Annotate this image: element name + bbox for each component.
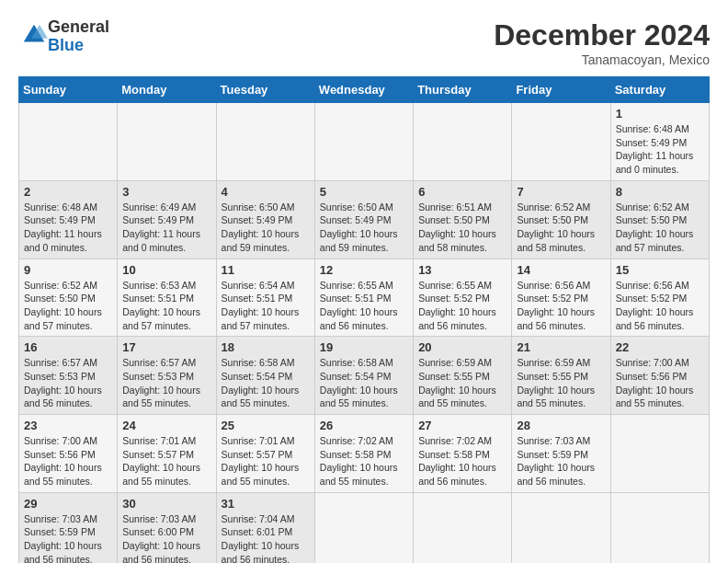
day-info: Sunrise: 6:59 AMSunset: 5:55 PMDaylight:… [418,356,506,410]
day-info: Sunrise: 7:01 AMSunset: 5:57 PMDaylight:… [122,434,210,488]
day-info: Sunrise: 6:57 AMSunset: 5:53 PMDaylight:… [24,356,112,410]
day-number: 16 [24,340,112,354]
day-info: Sunrise: 7:02 AMSunset: 5:58 PMDaylight:… [418,434,506,488]
day-info: Sunrise: 6:48 AMSunset: 5:49 PMDaylight:… [24,201,112,255]
day-info: Sunrise: 6:50 AMSunset: 5:49 PMDaylight:… [320,201,408,255]
day-info: Sunrise: 6:52 AMSunset: 5:50 PMDaylight:… [616,201,704,255]
day-info: Sunrise: 6:54 AMSunset: 5:51 PMDaylight:… [222,279,310,333]
calendar-cell: 9Sunrise: 6:52 AMSunset: 5:50 PMDaylight… [19,259,118,337]
day-info: Sunrise: 6:51 AMSunset: 5:50 PMDaylight:… [418,201,506,255]
calendar-cell: 4Sunrise: 6:50 AMSunset: 5:49 PMDaylight… [216,180,314,259]
day-info: Sunrise: 6:56 AMSunset: 5:52 PMDaylight:… [616,279,704,333]
calendar-cell [512,103,610,181]
calendar-cell: 2Sunrise: 6:48 AMSunset: 5:49 PMDaylight… [19,180,118,259]
weekday-header: Tuesday [216,77,314,103]
calendar-cell: 27Sunrise: 7:02 AMSunset: 5:58 PMDayligh… [414,415,512,493]
calendar-cell: 6Sunrise: 6:51 AMSunset: 5:50 PMDaylight… [414,180,512,259]
day-info: Sunrise: 6:58 AMSunset: 5:54 PMDaylight:… [320,356,408,410]
calendar-cell: 24Sunrise: 7:01 AMSunset: 5:57 PMDayligh… [118,415,216,493]
weekday-row: SundayMondayTuesdayWednesdayThursdayFrid… [19,77,710,103]
day-info: Sunrise: 7:03 AMSunset: 5:59 PMDaylight:… [517,434,605,488]
day-number: 29 [24,497,112,511]
day-number: 5 [320,185,408,199]
weekday-header: Sunday [19,77,118,103]
calendar-cell [414,492,512,563]
calendar-cell: 11Sunrise: 6:54 AMSunset: 5:51 PMDayligh… [216,259,314,337]
calendar-cell: 5Sunrise: 6:50 AMSunset: 5:49 PMDaylight… [314,180,413,259]
location: Tanamacoyan, Mexico [494,52,710,67]
calendar-cell: 19Sunrise: 6:58 AMSunset: 5:54 PMDayligh… [314,337,413,415]
logo-text: General Blue [48,18,109,55]
weekday-header: Wednesday [314,77,413,103]
day-number: 4 [222,185,310,199]
calendar-cell: 10Sunrise: 6:53 AMSunset: 5:51 PMDayligh… [118,259,216,337]
day-info: Sunrise: 7:00 AMSunset: 5:56 PMDaylight:… [616,356,704,410]
calendar-week-row: 2Sunrise: 6:48 AMSunset: 5:49 PMDaylight… [19,180,710,259]
logo-icon [20,21,48,49]
calendar-cell [314,492,413,563]
calendar-cell: 23Sunrise: 7:00 AMSunset: 5:56 PMDayligh… [19,415,118,493]
calendar-cell: 12Sunrise: 6:55 AMSunset: 5:51 PMDayligh… [314,259,413,337]
calendar-cell [512,492,610,563]
day-info: Sunrise: 7:04 AMSunset: 6:01 PMDaylight:… [222,512,310,563]
calendar-table: SundayMondayTuesdayWednesdayThursdayFrid… [18,76,710,563]
day-number: 3 [122,185,210,199]
day-number: 20 [418,340,506,354]
day-number: 10 [122,263,210,277]
calendar-cell: 29Sunrise: 7:03 AMSunset: 5:59 PMDayligh… [19,492,118,563]
calendar-cell: 18Sunrise: 6:58 AMSunset: 5:54 PMDayligh… [216,337,314,415]
day-number: 14 [517,263,605,277]
calendar-cell: 20Sunrise: 6:59 AMSunset: 5:55 PMDayligh… [414,337,512,415]
day-info: Sunrise: 6:55 AMSunset: 5:51 PMDaylight:… [320,279,408,333]
day-number: 30 [122,497,210,511]
calendar-cell: 30Sunrise: 7:03 AMSunset: 6:00 PMDayligh… [118,492,216,563]
day-info: Sunrise: 7:03 AMSunset: 5:59 PMDaylight:… [24,512,112,563]
calendar-cell: 31Sunrise: 7:04 AMSunset: 6:01 PMDayligh… [216,492,314,563]
day-number: 25 [222,419,310,432]
calendar-week-row: 16Sunrise: 6:57 AMSunset: 5:53 PMDayligh… [19,337,710,415]
calendar-cell [314,103,413,181]
calendar-cell [610,492,709,563]
weekday-header: Friday [512,77,610,103]
day-number: 26 [320,419,408,432]
title-block: December 2024 Tanamacoyan, Mexico [494,18,710,67]
day-info: Sunrise: 6:58 AMSunset: 5:54 PMDaylight:… [222,356,310,410]
day-info: Sunrise: 7:02 AMSunset: 5:58 PMDaylight:… [320,434,408,488]
calendar-cell [414,103,512,181]
calendar-cell: 7Sunrise: 6:52 AMSunset: 5:50 PMDaylight… [512,180,610,259]
calendar-cell: 26Sunrise: 7:02 AMSunset: 5:58 PMDayligh… [314,415,413,493]
weekday-header: Monday [118,77,216,103]
calendar-cell: 22Sunrise: 7:00 AMSunset: 5:56 PMDayligh… [610,337,709,415]
calendar-cell: 15Sunrise: 6:56 AMSunset: 5:52 PMDayligh… [610,259,709,337]
day-number: 28 [517,419,605,432]
day-number: 19 [320,340,408,354]
weekday-header: Thursday [414,77,512,103]
calendar-header: SundayMondayTuesdayWednesdayThursdayFrid… [19,77,710,103]
calendar-week-row: 9Sunrise: 6:52 AMSunset: 5:50 PMDaylight… [19,259,710,337]
day-number: 9 [24,263,112,277]
day-number: 2 [24,185,112,199]
calendar-cell: 17Sunrise: 6:57 AMSunset: 5:53 PMDayligh… [118,337,216,415]
calendar-body: 1Sunrise: 6:48 AMSunset: 5:49 PMDaylight… [19,103,710,564]
day-info: Sunrise: 7:03 AMSunset: 6:00 PMDaylight:… [122,512,210,563]
day-info: Sunrise: 6:52 AMSunset: 5:50 PMDaylight:… [24,279,112,333]
day-number: 17 [122,340,210,354]
calendar-cell: 28Sunrise: 7:03 AMSunset: 5:59 PMDayligh… [512,415,610,493]
day-number: 18 [222,340,310,354]
day-number: 11 [222,263,310,277]
day-number: 12 [320,263,408,277]
weekday-header: Saturday [610,77,709,103]
day-number: 27 [418,419,506,432]
day-number: 7 [517,185,605,199]
calendar-cell [216,103,314,181]
calendar-cell [19,103,118,181]
day-number: 15 [616,263,704,277]
day-number: 1 [616,107,704,121]
day-number: 22 [616,340,704,354]
logo: General Blue [18,18,109,55]
calendar-week-row: 29Sunrise: 7:03 AMSunset: 5:59 PMDayligh… [19,492,710,563]
day-number: 13 [418,263,506,277]
day-info: Sunrise: 7:00 AMSunset: 5:56 PMDaylight:… [24,434,112,488]
day-info: Sunrise: 6:59 AMSunset: 5:55 PMDaylight:… [517,356,605,410]
day-number: 31 [222,497,310,511]
